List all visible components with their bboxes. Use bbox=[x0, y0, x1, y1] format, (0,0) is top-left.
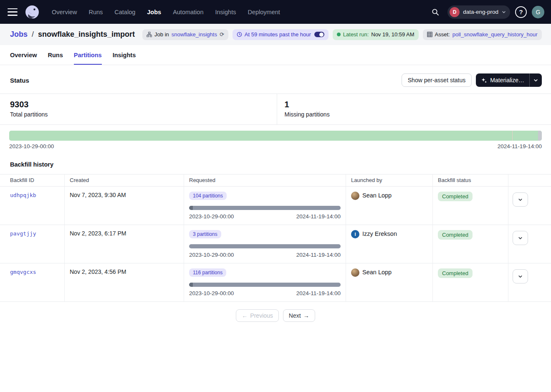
missing-partitions-value: 1 bbox=[285, 100, 541, 109]
backfill-id-link[interactable]: udhpqjkb bbox=[10, 192, 36, 198]
dagster-logo-icon[interactable] bbox=[24, 4, 40, 20]
user-photo-avatar bbox=[351, 268, 359, 277]
nav-item-overview[interactable]: Overview bbox=[52, 9, 77, 15]
status-cell: Completed bbox=[433, 263, 508, 302]
show-per-asset-status-button[interactable]: Show per-asset status bbox=[402, 73, 472, 87]
row-expand-button[interactable] bbox=[513, 192, 528, 207]
user-avatar[interactable]: G bbox=[532, 6, 544, 18]
partition-seam bbox=[512, 131, 513, 141]
success-dot-icon bbox=[337, 33, 341, 36]
materialize-button[interactable]: Materialize… bbox=[476, 73, 529, 87]
launched-by-name: Sean Lopp bbox=[362, 269, 392, 276]
materialize-button-group: Materialize… bbox=[476, 73, 542, 87]
partitions-count-pill[interactable]: 104 partitions bbox=[189, 192, 227, 200]
missing-partition-segment bbox=[538, 131, 542, 141]
sparkle-icon bbox=[481, 77, 487, 83]
tab-partitions[interactable]: Partitions bbox=[74, 52, 102, 65]
status-badge: Completed bbox=[438, 192, 473, 201]
asset-link[interactable]: poll_snowflake_query_history_hour bbox=[452, 31, 538, 38]
launched-by-name: Izzy Erekson bbox=[362, 230, 397, 237]
row-expand-button[interactable] bbox=[513, 269, 528, 283]
column-header-backfill-id: Backfill ID bbox=[0, 174, 65, 187]
nav-item-deployment[interactable]: Deployment bbox=[248, 9, 280, 15]
deployment-switcher[interactable]: D data-eng-prod bbox=[447, 5, 510, 19]
search-icon[interactable] bbox=[428, 5, 442, 19]
health-range-end: 2024-11-19-14:00 bbox=[498, 143, 542, 149]
previous-label: Previous bbox=[250, 312, 273, 319]
nav-item-catalog[interactable]: Catalog bbox=[114, 9, 135, 15]
row-expand-button[interactable] bbox=[513, 231, 528, 245]
range-start: 2023-10-29-00:00 bbox=[189, 252, 234, 258]
nav-item-insights[interactable]: Insights bbox=[215, 9, 236, 15]
requested-range-bar bbox=[189, 244, 341, 248]
launched-by-cell: I Izzy Erekson bbox=[346, 225, 433, 263]
partitions-count-pill[interactable]: 116 partitions bbox=[189, 268, 226, 277]
created-cell: Nov 2, 2023, 4:56 PM bbox=[65, 263, 184, 302]
backfill-id-link[interactable]: gmqvgcxs bbox=[10, 269, 36, 275]
deployment-badge: D bbox=[450, 7, 460, 17]
schedule-tag: At 59 minutes past the hour bbox=[233, 29, 329, 40]
partition-health-bar[interactable] bbox=[9, 131, 542, 141]
help-icon[interactable]: ? bbox=[515, 6, 527, 18]
created-value: Nov 2, 2023, 6:17 PM bbox=[70, 230, 126, 237]
job-tabs: Overview Runs Partitions Insights bbox=[0, 45, 551, 65]
range-end: 2024-11-19-14:00 bbox=[296, 290, 341, 296]
user-initial-avatar: I bbox=[351, 230, 359, 238]
column-header-launched-by: Launched by bbox=[346, 174, 433, 187]
top-navigation: Overview Runs Catalog Jobs Automation In… bbox=[0, 0, 551, 24]
created-value: Nov 2, 2023, 4:56 PM bbox=[70, 268, 126, 275]
latest-run-link[interactable]: Nov 19, 10:59 AM bbox=[371, 31, 414, 38]
materialize-dropdown-button[interactable] bbox=[529, 73, 542, 87]
next-page-button[interactable]: Next → bbox=[283, 309, 315, 322]
breadcrumb-separator: / bbox=[32, 30, 34, 39]
column-header-actions bbox=[508, 174, 551, 187]
column-header-requested: Requested bbox=[184, 174, 346, 187]
previous-page-button[interactable]: ← Previous bbox=[236, 309, 278, 322]
status-title: Status bbox=[10, 77, 29, 84]
partition-stats: 9303 Total partitions 1 Missing partitio… bbox=[0, 94, 551, 125]
total-partitions-value: 9303 bbox=[10, 100, 267, 109]
latest-run-tag: Latest run: Nov 19, 10:59 AM bbox=[333, 29, 419, 40]
deployment-name: data-eng-prod bbox=[463, 9, 498, 15]
backfill-id-link[interactable]: pavgtjjy bbox=[10, 230, 36, 237]
chevron-down-icon bbox=[502, 10, 506, 14]
status-badge: Completed bbox=[438, 230, 473, 240]
total-partitions-stat: 9303 Total partitions bbox=[0, 94, 277, 124]
total-partitions-label: Total partitions bbox=[10, 111, 267, 118]
missing-partitions-stat: 1 Missing partitions bbox=[277, 94, 551, 124]
breadcrumb-jobs-link[interactable]: Jobs bbox=[10, 30, 28, 39]
asset-tag: Asset: poll_snowflake_query_history_hour bbox=[423, 29, 542, 40]
menu-icon[interactable] bbox=[8, 8, 18, 16]
user-photo-avatar bbox=[351, 192, 359, 200]
breadcrumb-bar: Jobs / snowflake_insights_import Job in … bbox=[0, 24, 551, 45]
chevron-down-icon bbox=[533, 78, 538, 83]
schedule-toggle[interactable] bbox=[314, 32, 324, 37]
nav-item-automation[interactable]: Automation bbox=[173, 9, 203, 15]
next-label: Next bbox=[289, 312, 301, 319]
created-value: Nov 7, 2023, 9:30 AM bbox=[70, 192, 126, 198]
schedule-label: At 59 minutes past the hour bbox=[245, 31, 311, 38]
created-cell: Nov 2, 2023, 6:17 PM bbox=[65, 225, 184, 263]
tab-runs[interactable]: Runs bbox=[48, 52, 63, 65]
requested-cell: 3 partitions 2023-10-29-00:00 2024-11-19… bbox=[184, 225, 346, 263]
asset-grid-icon bbox=[427, 32, 432, 37]
code-location-link[interactable]: snowflake_insights bbox=[172, 31, 217, 38]
column-header-created: Created bbox=[65, 174, 184, 187]
clock-icon bbox=[237, 32, 242, 37]
launched-by-cell: Sean Lopp bbox=[346, 187, 433, 225]
asset-label: Asset: bbox=[435, 31, 450, 38]
table-row: pavgtjjy bbox=[0, 225, 65, 263]
nav-item-jobs[interactable]: Jobs bbox=[147, 9, 161, 15]
backfill-history-title: Backfill history bbox=[0, 155, 551, 174]
tab-overview[interactable]: Overview bbox=[10, 52, 37, 65]
table-row: gmqvgcxs bbox=[0, 263, 65, 302]
latest-run-label: Latest run: bbox=[343, 31, 369, 38]
chevron-down-icon bbox=[518, 197, 523, 202]
reload-icon[interactable]: ⟳ bbox=[220, 31, 224, 38]
job-tag-prefix: Job in bbox=[154, 31, 169, 38]
pagination: ← Previous Next → bbox=[0, 302, 551, 329]
row-actions-cell bbox=[508, 225, 551, 263]
nav-item-runs[interactable]: Runs bbox=[88, 9, 103, 15]
partitions-count-pill[interactable]: 3 partitions bbox=[189, 230, 221, 238]
tab-insights[interactable]: Insights bbox=[113, 52, 136, 65]
